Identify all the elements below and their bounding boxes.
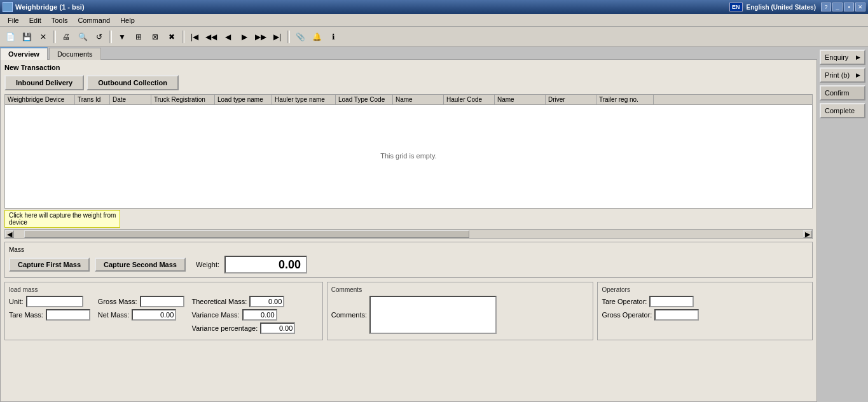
comments-input[interactable]	[369, 296, 497, 334]
first-btn[interactable]: |◀	[187, 29, 202, 45]
tare-mass-label: Tare Mass:	[9, 311, 43, 319]
load-mass-title: load mass	[9, 286, 319, 293]
tooltip-box: Click here will capture the weight from …	[4, 210, 120, 228]
last-btn[interactable]: ▶|	[270, 29, 285, 45]
comments-title: Comments	[331, 286, 589, 293]
variance-pct-label: Variance percentage:	[192, 324, 258, 332]
gross-operator-input[interactable]	[654, 309, 699, 321]
enquiry-arrow: ▶	[856, 54, 860, 60]
save-btn[interactable]: 💾	[19, 29, 34, 45]
unit-input[interactable]	[26, 296, 83, 307]
title-bar: Weighbridge (1 - bsi) EN English (United…	[0, 0, 868, 14]
main-layout: Overview Documents New Transaction Inbou…	[0, 47, 868, 402]
filter2-btn[interactable]: ⊞	[131, 29, 146, 45]
menu-bar: File Edit Tools Command Help	[0, 14, 868, 27]
col-truck: Truck Registration	[151, 95, 215, 104]
right-panel: Enquiry ▶ Print (b) ▶ Confirm Complete	[817, 47, 868, 402]
theoretical-mass-row: Theoretical Mass:	[192, 296, 296, 307]
unit-row: Unit:	[9, 296, 90, 307]
capture-second-mass-btn[interactable]: Capture Second Mass	[95, 258, 186, 272]
gross-mass-input[interactable]	[140, 296, 184, 307]
confirm-btn[interactable]: Confirm	[820, 85, 865, 100]
scroll-thumb[interactable]	[24, 230, 469, 238]
variance-pct-input[interactable]	[260, 322, 295, 334]
print-btn[interactable]: Print (b) ▶	[820, 67, 865, 83]
delete-btn[interactable]: ✕	[36, 29, 51, 45]
menu-help[interactable]: Help	[115, 15, 140, 25]
restore-btn[interactable]: ▪	[844, 3, 854, 11]
prev-btn[interactable]: ◀◀	[203, 29, 219, 45]
weight-display: 0.00	[224, 256, 307, 274]
tab-documents[interactable]: Documents	[49, 48, 101, 60]
grid-header: Weighbridge Device Trans Id Date Truck R…	[5, 95, 812, 105]
col-weighbridge: Weighbridge Device	[5, 95, 75, 104]
unit-label: Unit:	[9, 298, 24, 305]
outbound-collection-btn[interactable]: Outbound Collection	[86, 75, 179, 90]
variance-mass-label: Variance Mass:	[192, 311, 240, 319]
app-icon	[3, 2, 13, 12]
sep1	[53, 31, 56, 43]
operators-section: Operators Tare Operator: Gross Operator:	[597, 282, 813, 340]
load-mass-section: load mass Unit: Tare Mass:	[4, 282, 323, 340]
info-btn[interactable]: ℹ	[326, 29, 341, 45]
col-loadtype: Load type name	[215, 95, 272, 104]
menu-tools[interactable]: Tools	[46, 15, 73, 25]
filter-btn[interactable]: ▼	[114, 29, 130, 45]
preview-btn[interactable]: 🔍	[75, 29, 90, 45]
tooltip-line2: device	[9, 219, 27, 226]
tab-overview[interactable]: Overview	[0, 47, 48, 60]
help-btn[interactable]: ?	[821, 3, 831, 11]
mass-section: Mass Capture First Mass Capture Second M…	[4, 242, 813, 278]
refresh-btn[interactable]: ↺	[92, 29, 107, 45]
scroll-left-btn[interactable]: ◀	[5, 230, 14, 238]
menu-command[interactable]: Command	[72, 15, 115, 25]
col-date: Date	[110, 95, 151, 104]
attach-btn[interactable]: 📎	[293, 29, 308, 45]
transaction-grid: Weighbridge Device Trans Id Date Truck R…	[4, 94, 813, 209]
next-btn[interactable]: ▶▶	[253, 29, 268, 45]
gross-operator-label: Gross Operator:	[602, 311, 652, 319]
app-title: Weighbridge (1 - bsi)	[15, 3, 85, 11]
back-btn[interactable]: ◀	[220, 29, 235, 45]
new-btn[interactable]: 📄	[3, 29, 18, 45]
filter3-btn[interactable]: ⊠	[148, 29, 163, 45]
gross-operator-row: Gross Operator:	[602, 309, 808, 321]
gross-mass-row: Gross Mass:	[98, 296, 184, 307]
mass-title: Mass	[9, 246, 808, 253]
inbound-delivery-btn[interactable]: Inbound Delivery	[4, 75, 84, 90]
filter4-btn[interactable]: ✖	[164, 29, 179, 45]
lang-label: English (United States)	[747, 4, 816, 11]
menu-file[interactable]: File	[3, 15, 24, 25]
new-transaction-title: New Transaction	[4, 64, 813, 71]
variance-pct-row: Variance percentage:	[192, 322, 296, 334]
toolbar: 📄 💾 ✕ 🖨 🔍 ↺ ▼ ⊞ ⊠ ✖ |◀ ◀◀ ◀ ▶ ▶▶ ▶| 📎 🔔 …	[0, 27, 868, 47]
sep4	[287, 31, 290, 43]
comments-label: Comments:	[331, 311, 367, 319]
operators-title: Operators	[602, 286, 808, 293]
enquiry-btn[interactable]: Enquiry ▶	[820, 50, 865, 65]
menu-edit[interactable]: Edit	[24, 15, 46, 25]
theoretical-mass-input[interactable]	[249, 296, 284, 307]
col-haulertype: Hauler type name	[272, 95, 336, 104]
col-haulercode: Hauler Code	[444, 95, 495, 104]
comments-row: Comments:	[331, 296, 589, 334]
minimize-btn[interactable]: _	[832, 3, 843, 11]
alert-btn[interactable]: 🔔	[309, 29, 324, 45]
grid-body: This grid is empty.	[5, 105, 812, 207]
complete-btn[interactable]: Complete	[820, 103, 865, 118]
tare-operator-input[interactable]	[649, 296, 694, 307]
forward-btn[interactable]: ▶	[237, 29, 252, 45]
tare-mass-input[interactable]	[46, 309, 90, 321]
close-btn[interactable]: ✕	[855, 3, 865, 11]
net-mass-label: Net Mass:	[98, 311, 130, 319]
print-btn[interactable]: 🖨	[59, 29, 74, 45]
variance-mass-input[interactable]	[242, 309, 277, 321]
weight-value: 0.00	[279, 258, 301, 272]
tare-mass-row: Tare Mass:	[9, 309, 90, 321]
scroll-right-btn[interactable]: ▶	[803, 230, 812, 238]
col-driver: Driver	[546, 95, 596, 104]
net-mass-input[interactable]	[132, 309, 176, 321]
capture-first-mass-btn[interactable]: Capture First Mass	[9, 258, 90, 272]
scrollbar-h[interactable]: ◀ ▶	[4, 229, 813, 239]
grid-empty-msg: This grid is empty.	[380, 152, 436, 160]
